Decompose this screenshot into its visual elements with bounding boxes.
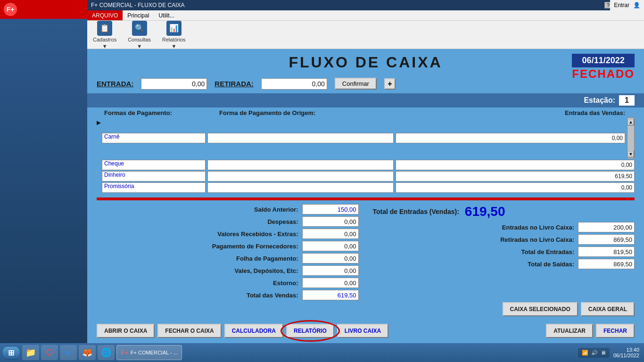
entrada-input[interactable] <box>141 78 207 90</box>
summary-valores-recebidos: Valores Recebidos - Extras: <box>97 229 359 239</box>
logo-icon: F+ <box>4 3 17 16</box>
clock-display: 13:40 06/11/2022 <box>613 347 639 358</box>
saldo-anterior-input[interactable] <box>302 204 359 214</box>
pagamento-fornecedores-label: Pagamento de Fornecedores: <box>212 243 298 250</box>
entradas-livro-input[interactable] <box>578 222 635 232</box>
retirada-input[interactable] <box>261 78 327 90</box>
payment-headers: Formas de Pagamento: Forma de Pagamento … <box>97 109 635 116</box>
relatorios-label: Relatórios <box>162 37 186 42</box>
menu-principal[interactable]: Principal <box>123 10 154 20</box>
status-fechado: FECHADO <box>572 67 635 81</box>
total-entradas-right-input[interactable] <box>578 247 635 257</box>
table-row: Carnê 0,00 ▲ ▼ <box>102 117 635 159</box>
estacao-value: 1 <box>619 95 635 106</box>
scroll-up[interactable]: ▲ <box>627 119 634 125</box>
toolbar-consultas[interactable]: 🔍 Consultas ▼ <box>126 20 153 50</box>
summary-retiradas-livro: Retiradas no Livro Caixa: <box>373 234 635 245</box>
entrada-label: ENTRADA: <box>97 80 133 88</box>
calculadora-button[interactable]: CALCULADORA <box>224 324 283 338</box>
total-vendas-label: Total das Vendas: <box>247 292 298 299</box>
livro-caixa-button[interactable]: LIVRO CAIXA <box>337 324 388 338</box>
total-saidas-label: Total de Saídas: <box>528 261 574 268</box>
entrada-bar: ENTRADA: RETIRADA: Confirmar + <box>87 76 644 91</box>
taskbar: ⊞ 📁 O e 🦊 🌐 F+ F+ COMERCIAL - ... 📶 🔊 🖥 … <box>0 343 644 362</box>
caixa-geral-button[interactable]: CAIXA GERAL <box>581 302 635 316</box>
taskbar-files-icon[interactable]: 📁 <box>22 345 39 360</box>
folha-pagamento-label: Folha de Pagamento: <box>236 255 298 262</box>
taskbar-ie-icon[interactable]: e <box>60 345 77 360</box>
summary-total-entradas: Total de Entradas: <box>373 247 635 257</box>
total-entradas-row: Total de Entradas (Vendas): 619,50 <box>373 204 635 219</box>
tray-monitor-icon: 🖥 <box>601 350 606 355</box>
clock-date: 06/11/2022 <box>613 353 639 358</box>
entrar-label: Entrar <box>614 2 629 8</box>
scrollbar-v[interactable]: ▲ ▼ <box>627 117 635 159</box>
caixa-btn-row: CAIXA SELECIONADO CAIXA GERAL <box>87 302 644 319</box>
scroll-down[interactable]: ▼ <box>627 151 634 157</box>
menu-utilit[interactable]: Utilit... <box>154 10 179 20</box>
vales-label: Vales, Depósitos, Etc: <box>234 267 298 274</box>
total-vendas-input[interactable] <box>302 290 359 300</box>
valores-recebidos-input[interactable] <box>302 229 359 239</box>
forma-4[interactable]: Promissória <box>102 182 206 193</box>
payment-col2: Forma de Pagamento de Origem: <box>219 109 408 116</box>
origem-2[interactable] <box>207 160 394 170</box>
fechar-button[interactable]: FECHAR <box>596 324 635 338</box>
origem-3[interactable] <box>207 171 394 181</box>
entrada-val-4: 0,00 <box>396 182 635 193</box>
taskbar-firefox-icon[interactable]: 🦊 <box>79 345 96 360</box>
taskbar-fcomercial-button[interactable]: F+ F+ COMERCIAL - ... <box>116 345 182 360</box>
total-entradas-label: Total de Entradas (Vendas): <box>373 208 459 215</box>
relatorio-button[interactable]: RELATÓRIO <box>286 324 334 338</box>
taskbar-chrome-icon[interactable]: 🌐 <box>98 345 115 360</box>
tray-network-icon: 📶 <box>582 350 588 356</box>
menu-arquivo[interactable]: ARQUIVO <box>87 10 123 20</box>
fechar-caixa-button[interactable]: FECHAR O CAIXA <box>157 324 221 338</box>
summary-right: Total de Entradas (Vendas): 619,50 Entra… <box>373 204 635 302</box>
toolbar-cadastros[interactable]: 📋 Cadastros ▼ <box>91 20 118 50</box>
entradas-livro-label: Entradas no Livro Caixa: <box>502 224 574 231</box>
taskbar-app-label: F+ COMERCIAL - ... <box>131 350 178 355</box>
app-title: FLUXO DE CAIXA <box>289 54 442 71</box>
date-display: 06/11/2022 <box>572 54 635 67</box>
table-row: Dinheiro 619,50 <box>102 171 635 181</box>
valores-recebidos-label: Valores Recebidos - Extras: <box>217 230 298 238</box>
total-saidas-input[interactable] <box>578 259 635 269</box>
origem-4[interactable] <box>207 182 394 193</box>
entrada-row-1: 0,00 ▲ ▼ <box>396 117 635 159</box>
toolbar-relatorios[interactable]: 📊 Relatórios ▼ <box>160 20 188 50</box>
clock-time: 13:40 <box>613 347 639 353</box>
relatorios-icon: 📊 <box>166 21 182 36</box>
entrada-val-3: 619,50 <box>396 171 635 181</box>
buttons-right: ATUALIZAR FECHAR <box>546 324 635 338</box>
origem-1[interactable] <box>207 133 394 143</box>
start-button[interactable]: ⊞ <box>2 346 20 360</box>
buttons-section: ABRIR O CAIXA FECHAR O CAIXA CALCULADORA… <box>87 319 644 341</box>
caixa-selecionado-button[interactable]: CAIXA SELECIONADO <box>503 302 578 316</box>
taskbar-opera-icon[interactable]: O <box>41 345 58 360</box>
abrir-caixa-button[interactable]: ABRIR O CAIXA <box>97 324 155 338</box>
entrada-val-2: 0,00 <box>396 160 635 170</box>
summary-left: Saldo Anterior: Despesas: Valores Recebi… <box>97 204 359 302</box>
sidebar-logo: F+ <box>0 0 87 19</box>
vales-input[interactable] <box>302 265 359 276</box>
pagamento-fornecedores-input[interactable] <box>302 241 359 251</box>
despesas-input[interactable] <box>302 216 359 227</box>
atualizar-button[interactable]: ATUALIZAR <box>546 324 593 338</box>
cadastros-icon: 📋 <box>97 21 112 36</box>
date-status-box: 06/11/2022 FECHADO <box>572 54 635 81</box>
forma-1[interactable]: Carnê <box>102 133 206 143</box>
retiradas-livro-input[interactable] <box>578 234 635 245</box>
forma-2[interactable]: Cheque <box>102 160 206 170</box>
payment-section: Formas de Pagamento: Forma de Pagamento … <box>97 109 635 194</box>
total-entradas-right-label: Total de Entradas: <box>521 248 574 255</box>
estorno-input[interactable] <box>302 278 359 288</box>
window-title: F+ COMERCIAL - FLUXO DE CAIXA <box>91 2 185 8</box>
relatorios-arrow: ▼ <box>171 43 176 49</box>
folha-pagamento-input[interactable] <box>302 253 359 263</box>
plus-button[interactable]: + <box>384 78 396 90</box>
forma-3[interactable]: Dinheiro <box>102 171 206 181</box>
confirmar-button[interactable]: Confirmar <box>335 78 377 90</box>
payment-rows: Carnê 0,00 ▲ ▼ Cheque 0,00 <box>102 117 635 194</box>
estacao-label: Estação: <box>584 96 615 105</box>
